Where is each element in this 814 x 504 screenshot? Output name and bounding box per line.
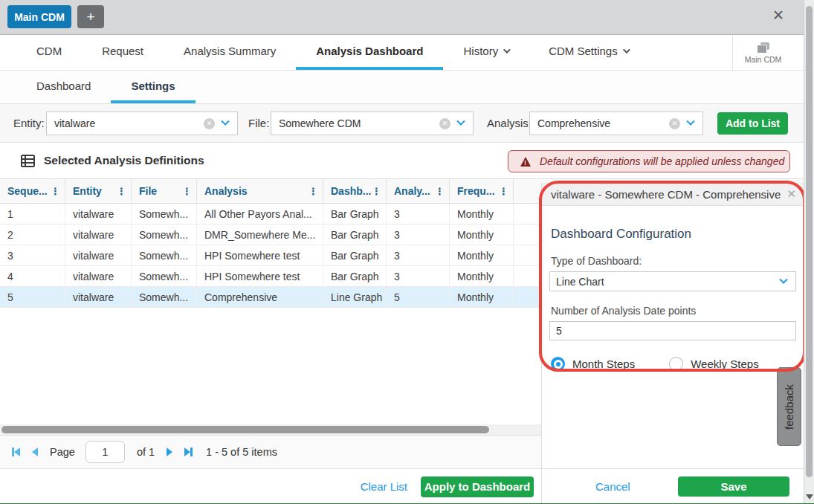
col-entity[interactable]: Entity⋮ xyxy=(65,179,132,203)
col-file[interactable]: File⋮ xyxy=(132,179,197,203)
col-analysis-points[interactable]: Analy...⋮ xyxy=(387,179,450,203)
date-points-label: Number of Analysis Date points xyxy=(551,305,804,317)
column-menu-icon[interactable]: ⋮ xyxy=(309,186,318,197)
close-icon[interactable]: ✕ xyxy=(786,187,796,201)
column-menu-icon[interactable]: ⋮ xyxy=(499,186,508,197)
analysis-dropdown[interactable]: Comprehensive ✕ xyxy=(529,112,703,135)
horizontal-scrollbar-thumb[interactable] xyxy=(1,426,489,433)
section-header: Selected Analysis Definitions Default co… xyxy=(0,143,804,178)
browser-tab-bar: Main CDM + ✕ xyxy=(0,0,814,35)
table-cell: Comprehensive xyxy=(197,287,323,307)
table-cell: 2 xyxy=(0,224,65,245)
clear-icon[interactable]: ✕ xyxy=(204,118,215,129)
table-cell: Somewh... xyxy=(132,245,197,265)
table-cell: vitalware xyxy=(65,266,132,286)
tab-request[interactable]: Request xyxy=(82,35,164,70)
list-footer: Clear List Apply to Dashboard xyxy=(0,468,541,504)
table-cell: Somewh... xyxy=(132,266,197,286)
last-page-icon[interactable] xyxy=(184,448,193,456)
column-menu-icon[interactable]: ⋮ xyxy=(372,186,381,197)
column-menu-icon[interactable]: ⋮ xyxy=(182,186,192,197)
save-button[interactable]: Save xyxy=(678,476,789,497)
tab-analysis-dashboard[interactable]: Analysis Dashboard xyxy=(296,35,443,70)
main-cdm-tab[interactable]: Main CDM xyxy=(7,5,71,28)
clear-icon[interactable]: ✕ xyxy=(669,118,680,129)
chevron-down-icon[interactable] xyxy=(779,275,787,283)
copy-icon xyxy=(757,42,769,54)
close-icon[interactable]: ✕ xyxy=(772,7,784,24)
file-dropdown[interactable]: Somewhere CDM ✕ xyxy=(271,112,474,135)
table-cell: Somewh... xyxy=(132,287,197,307)
steps-radio-group: Month Steps Weekly Steps xyxy=(551,357,804,371)
dashboard-config-panel: vitalware - Somewhere CDM - Comprehensiv… xyxy=(541,183,804,504)
page-of-label: of 1 xyxy=(137,446,155,458)
vertical-scrollbar-thumb[interactable] xyxy=(806,6,813,477)
dashboard-type-select[interactable]: Line Chart xyxy=(549,271,796,291)
tab-cdm[interactable]: CDM xyxy=(16,35,82,70)
column-menu-icon[interactable]: ⋮ xyxy=(51,186,60,197)
grid-icon xyxy=(21,155,35,167)
table-cell: HPI Somewhere test xyxy=(197,245,323,265)
table-cell: 3 xyxy=(0,245,65,265)
tab-history[interactable]: History xyxy=(443,35,529,70)
table-cell: vitalware xyxy=(65,245,132,265)
scroll-down-arrow-icon[interactable] xyxy=(806,494,813,500)
table-cell: DMR_Somewhere Me... xyxy=(197,224,323,245)
subtab-dashboard[interactable]: Dashboard xyxy=(16,71,111,103)
table-cell: All Other Payors Anal... xyxy=(197,204,323,224)
file-label: File: xyxy=(248,117,269,129)
col-sequence[interactable]: Seque...⋮ xyxy=(0,179,65,203)
month-steps-label: Month Steps xyxy=(572,358,635,370)
table-cell: 5 xyxy=(0,287,65,307)
cancel-button[interactable]: Cancel xyxy=(595,480,630,493)
tab-analysis-summary[interactable]: Analysis Summary xyxy=(164,35,296,70)
chevron-down-icon xyxy=(623,46,630,54)
clear-list-link[interactable]: Clear List xyxy=(361,480,407,493)
table-cell: Bar Graph xyxy=(323,245,387,265)
table-cell: Bar Graph xyxy=(323,266,387,286)
new-tab-button[interactable]: + xyxy=(77,5,104,28)
entity-dropdown[interactable]: vitalware ✕ xyxy=(46,112,238,135)
page-number-input[interactable] xyxy=(85,441,125,463)
clear-icon[interactable]: ✕ xyxy=(439,118,450,129)
feedback-tab[interactable]: feedback xyxy=(777,367,801,446)
vertical-scrollbar xyxy=(804,0,814,504)
month-steps-radio[interactable] xyxy=(551,357,565,371)
table-cell: 1 xyxy=(0,204,65,224)
apply-to-dashboard-button[interactable]: Apply to Dashboard xyxy=(421,476,534,497)
table-cell: Line Graph xyxy=(323,287,387,307)
col-dashboard[interactable]: Dashb...⋮ xyxy=(323,179,387,203)
horizontal-scrollbar xyxy=(0,424,541,435)
table-cell: Somewh... xyxy=(132,224,197,245)
app-window: Main CDM + ✕ CDM Request Analysis Summar… xyxy=(0,0,814,504)
first-page-icon[interactable] xyxy=(12,448,20,456)
config-heading: Dashboard Configuration xyxy=(551,227,804,242)
page-title: Selected Analysis Definitions xyxy=(44,154,204,167)
weekly-steps-radio[interactable] xyxy=(669,357,683,371)
table-cell: Bar Graph xyxy=(323,204,387,224)
config-panel-title: vitalware - Somewhere CDM - Comprehensiv… xyxy=(542,188,781,201)
chevron-down-icon xyxy=(503,46,511,54)
table-cell: Monthly xyxy=(450,245,514,265)
analysis-label: Analysis: xyxy=(487,117,532,129)
weekly-steps-label: Weekly Steps xyxy=(691,358,758,370)
chevron-down-icon[interactable] xyxy=(456,117,465,126)
config-panel-header: vitalware - Somewhere CDM - Comprehensiv… xyxy=(542,183,804,206)
table-cell: Somewh... xyxy=(132,204,197,224)
next-page-icon[interactable] xyxy=(167,448,172,456)
date-points-input[interactable] xyxy=(549,321,796,340)
chevron-down-icon[interactable] xyxy=(686,117,694,126)
table-cell: vitalware xyxy=(65,287,132,307)
previous-page-icon[interactable] xyxy=(32,448,38,456)
chevron-down-icon[interactable] xyxy=(221,117,229,126)
table-cell: vitalware xyxy=(65,224,132,245)
col-frequency[interactable]: Frequ...⋮ xyxy=(450,179,514,203)
add-to-list-button[interactable]: Add to List xyxy=(717,112,788,135)
pagination-bar: Page of 1 1 - 5 of 5 items xyxy=(0,435,541,468)
tab-cdm-settings[interactable]: CDM Settings xyxy=(529,35,648,70)
column-menu-icon[interactable]: ⋮ xyxy=(117,186,126,197)
subtab-settings[interactable]: Settings xyxy=(111,71,195,103)
column-menu-icon[interactable]: ⋮ xyxy=(435,186,445,197)
col-analysis[interactable]: Analysis⋮ xyxy=(197,179,323,203)
main-cdm-shortcut[interactable]: Main CDM xyxy=(732,35,793,71)
